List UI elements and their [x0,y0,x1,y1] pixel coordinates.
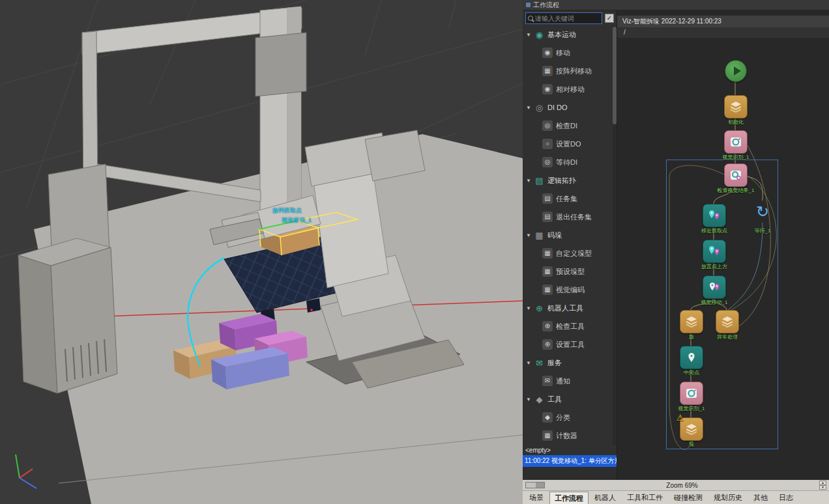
node-tree: ▼◉基本运动 ◉移动 ▦按阵列移动 ◉相对移动 ▼◎DI DO ◎检查DI ○设… [523,25,617,445]
node-label: 视觉识别_1 [678,405,705,412]
item-label: 检查工具 [556,322,585,331]
search-icon [528,16,533,21]
collapse-arrow-icon[interactable]: ▼ [526,105,531,111]
mail-icon: ✉ [534,358,544,368]
library-item-set-do[interactable]: ○设置DO [523,135,612,153]
tab-log[interactable]: 日志 [774,492,798,504]
library-group-tools[interactable]: ▼◆工具 [523,390,612,408]
log-line-selected[interactable]: 11:00:22 视觉移动_1: 单分区方形 [523,455,617,467]
pin-icon: ◉ [542,84,553,94]
search-input[interactable] [535,15,600,22]
library-group-robot-tools[interactable]: ▼⊕机器人工具 [523,299,612,317]
library-item-relative-move[interactable]: ◉相对移动 [523,80,612,98]
node-label: 等待_1 [755,223,771,239]
library-item-counter[interactable]: ▦计数器 [523,427,612,445]
node-label: 视觉移动_1 [701,299,728,306]
panel-titlebar[interactable]: 工作流程 [523,0,829,10]
library-group-logic-topology[interactable]: ▼▤逻辑拓扑 [523,171,612,189]
node-check-vision-result[interactable]: 检查视觉结果_1 [724,163,748,187]
scene-pick-point-label: 放料抓取点 [272,207,302,214]
collapse-arrow-icon[interactable]: ▼ [526,232,531,238]
library-group-di-do[interactable]: ▼◎DI DO [523,98,612,117]
library-item-custom-pattern[interactable]: ▦自定义垛型 [523,244,612,262]
grid-pin-icon: ▦ [542,66,553,76]
zoom-step-up-button[interactable]: ▲ [819,481,826,485]
library-item-task-set[interactable]: ▤任务集 [523,189,612,208]
library-item-vision-coding[interactable]: ▦视觉编码 [523,281,612,299]
node-label: 放 [689,333,694,341]
node-label: 移近抓取点 [701,227,727,234]
pallet-grid-icon: ▦ [542,248,553,259]
library-item-set-tool[interactable]: ⊕设置工具 [523,335,612,354]
library-item-exit-task-set[interactable]: ▤退出任务集 [523,208,612,226]
tab-robot[interactable]: 机器人 [589,492,621,504]
collapse-arrow-icon[interactable]: ▼ [526,360,531,366]
tree-scrollbar[interactable] [613,25,617,445]
node-vision-recognize-top[interactable]: 视觉识别_1 [724,130,748,154]
node-place[interactable]: 放 [680,310,703,333]
node-exception-handling[interactable]: 异常处理 [716,310,739,333]
item-label: 设置工具 [556,340,585,350]
zoom-bar: Zoom 69% ▲ ▼ [523,480,829,490]
tab-other[interactable]: 其他 [748,492,773,504]
tab-planning-history[interactable]: 规划历史 [708,492,748,504]
node-label: 检查视觉结果_1 [718,187,755,194]
node-pallet[interactable]: ⚠ 垛 [680,417,703,441]
search-box[interactable] [525,12,602,24]
collapse-arrow-icon[interactable]: ▼ [526,397,531,402]
library-item-classify[interactable]: ◆分类 [523,408,612,427]
io-circle-icon: ◎ [534,103,544,113]
node-middle-point[interactable]: 中间点 [680,346,703,369]
mini-progress-bar[interactable] [525,482,545,488]
3d-viewport[interactable]: 放料抓取点 视觉移动_1 [0,0,523,504]
item-label: 退出任务集 [556,212,592,222]
node-vision-move[interactable]: 视觉移动_1 [703,275,726,299]
tab-tools-workpieces[interactable]: 工具和工件 [622,492,668,504]
workflow-title: Viz-智能拆垛 2022-12-29 11:00:23 [617,16,829,27]
library-item-wait-di[interactable]: ◎等待DI [523,153,612,171]
io-icon: ◎ [542,120,553,131]
library-item-move-by-array[interactable]: ▦按阵列移动 [523,62,612,80]
zoom-step-down-button[interactable]: ▼ [819,485,826,490]
io-icon: ◎ [542,157,553,167]
node-vision-recognize-bottom[interactable]: 视觉识别_1 [680,382,703,405]
pallet-grid-icon: ▦ [542,266,553,277]
workflow-breadcrumb[interactable]: / [617,27,829,38]
group-label: 工具 [547,395,562,404]
workflow-canvas[interactable]: Viz-智能拆垛 2022-12-29 11:00:23 / [617,10,829,480]
tab-collision-detection[interactable]: 碰撞检测 [669,492,708,504]
camera-icon [729,135,742,148]
library-group-services[interactable]: ▼✉服务 [523,354,612,372]
filter-checkbox[interactable]: ✓ [605,14,614,23]
node-start[interactable] [725,60,747,82]
library-item-notify[interactable]: ✉通知 [523,372,612,390]
node-above-place-point[interactable]: 放置点上方 [703,240,726,263]
layers-icon: ▤ [534,176,544,186]
library-item-move[interactable]: ◉移动 [523,44,612,62]
item-label: 等待DI [556,158,577,167]
pin-icon: ◉ [542,48,553,58]
zoom-level: Zoom 69% [549,482,815,489]
tab-workflow[interactable]: 工作流程 [549,492,589,504]
zoom-stepper[interactable]: ▲ ▼ [819,481,826,490]
collapse-arrow-icon[interactable]: ▼ [526,32,531,38]
library-item-check-di[interactable]: ◎检查DI [523,117,612,135]
library-item-check-tool[interactable]: ⊕检查工具 [523,317,612,335]
scene-vision-move-label: 视觉移动_1 [282,217,312,223]
tab-scene[interactable]: 场景 [524,492,549,504]
library-group-basic-motion[interactable]: ▼◉基本运动 [523,25,612,44]
library-item-preset-pattern[interactable]: ▦预设垛型 [523,262,612,281]
collapse-arrow-icon[interactable]: ▼ [526,305,531,311]
library-group-palletizing[interactable]: ▼▦码垛 [523,226,612,244]
classify-icon: ◆ [542,412,553,423]
item-label: 分类 [556,413,570,423]
node-move-near-pick[interactable]: 移近抓取点 [703,204,726,227]
collapse-arrow-icon[interactable]: ▼ [526,178,531,184]
item-label: 按阵列移动 [556,66,592,76]
bottom-tab-bar: 场景 工作流程 机器人 工具和工件 碰撞检测 规划历史 其他 日志 [523,490,829,504]
scene-3d [0,0,523,504]
node-wait[interactable]: ↻ 等待_1 [751,201,774,223]
node-init[interactable]: 初始化 [724,95,748,119]
layers-icon [721,315,734,328]
tree-scrollbar-thumb[interactable] [613,27,617,124]
